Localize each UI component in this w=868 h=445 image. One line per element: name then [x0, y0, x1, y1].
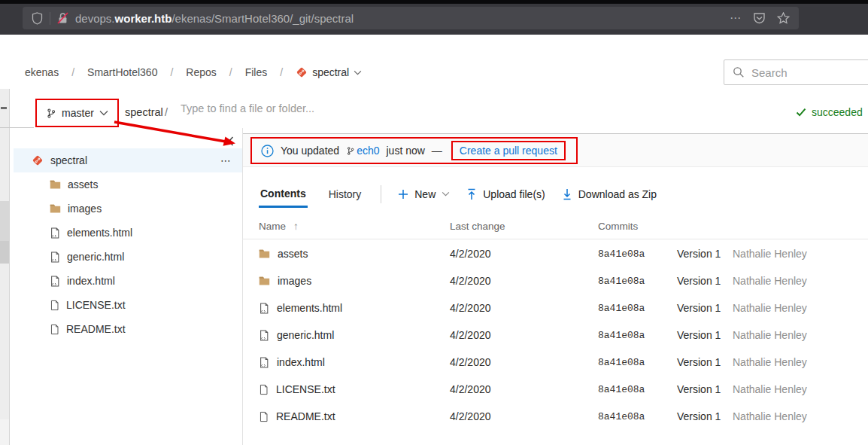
breadcrumb-separator: / — [170, 66, 173, 78]
text-file-icon — [50, 324, 59, 335]
tree-item-folder[interactable]: assets — [14, 172, 242, 197]
scroll-segment — [0, 419, 9, 445]
chevron-down-icon — [99, 110, 108, 116]
commit-hash-cell[interactable]: 8a41e08a — [598, 267, 645, 294]
commit-hash-cell[interactable]: 8a41e08a — [598, 240, 645, 267]
column-header-last-change[interactable]: Last change — [450, 221, 505, 232]
download-icon — [562, 188, 572, 200]
tab-history[interactable]: History — [329, 188, 362, 200]
file-name-cell[interactable]: elements.html — [259, 294, 342, 322]
commit-hash-cell[interactable]: 8a41e08a — [598, 322, 645, 349]
create-pull-request-link[interactable]: Create a pull request — [460, 145, 557, 157]
more-actions-icon[interactable]: ⋯ — [220, 154, 232, 166]
tree-item-label: generic.html — [67, 251, 124, 263]
scroll-thumb[interactable] — [0, 241, 9, 264]
table-row[interactable]: LICENSE.txt 4/2/2020 8a41e08a Version 1 … — [242, 376, 868, 403]
author-cell: Nathalie Henley — [733, 240, 807, 267]
author-cell: Nathalie Henley — [733, 267, 807, 294]
column-header-commits[interactable]: Commits — [598, 221, 638, 232]
file-tree-sidebar: spectral ⋯ assets images elements.html g… — [11, 128, 242, 445]
commit-message-cell: Version 1 — [677, 322, 721, 349]
tracking-protection-shield-icon[interactable] — [32, 12, 43, 25]
author-cell: Nathalie Henley — [733, 322, 807, 349]
table-row[interactable]: README.txt 4/2/2020 8a41e08a Version 1 N… — [242, 403, 868, 430]
file-name-cell[interactable]: index.html — [259, 349, 325, 376]
breadcrumb-files[interactable]: Files — [245, 66, 268, 78]
table-row[interactable]: assets 4/2/2020 8a41e08a Version 1 Natha… — [242, 240, 868, 267]
table-header: Name ↑ Last change Commits — [242, 216, 868, 239]
chevron-down-icon — [442, 191, 450, 197]
new-button-label: New — [414, 188, 436, 200]
author-cell: Nathalie Henley — [733, 376, 807, 403]
html-file-icon — [50, 276, 60, 287]
collapse-sidebar-chevron[interactable] — [228, 136, 234, 149]
breadcrumb-repos[interactable]: Repos — [186, 66, 216, 78]
tree-item-root[interactable]: spectral ⋯ — [14, 148, 242, 172]
breadcrumb-org[interactable]: ekenas — [25, 66, 59, 78]
commit-hash-cell[interactable]: 8a41e08a — [598, 403, 645, 430]
tree-item-file[interactable]: elements.html — [14, 221, 242, 245]
browser-toolbar: devops.worker.htb/ekenas/SmartHotel360/_… — [0, 0, 868, 35]
find-file-input[interactable] — [181, 102, 421, 114]
commit-message-cell: Version 1 — [677, 403, 721, 430]
commit-hash-cell[interactable]: 8a41e08a — [598, 349, 645, 376]
tree-item-file[interactable]: LICENSE.txt — [14, 293, 242, 317]
sort-ascending-icon[interactable]: ↑ — [293, 221, 299, 232]
commit-hash-cell[interactable]: 8a41e08a — [598, 294, 645, 322]
table-row[interactable]: elements.html 4/2/2020 8a41e08a Version … — [242, 294, 868, 322]
page-actions-icon[interactable]: ⋯ — [730, 11, 742, 25]
table-row[interactable]: index.html 4/2/2020 8a41e08a Version 1 N… — [242, 349, 868, 376]
file-name-cell[interactable]: LICENSE.txt — [259, 376, 335, 403]
commit-message-cell: Version 1 — [677, 376, 721, 403]
search-box[interactable] — [724, 59, 868, 85]
search-input[interactable] — [751, 66, 864, 79]
last-change-cell: 4/2/2020 — [450, 403, 491, 430]
notification-time: just now — [386, 145, 424, 157]
insecure-lock-icon[interactable] — [57, 12, 68, 24]
text-file-icon — [259, 384, 269, 395]
column-header-name[interactable]: Name — [259, 221, 286, 232]
last-change-cell: 4/2/2020 — [450, 294, 491, 322]
file-name-cell[interactable]: README.txt — [259, 403, 335, 430]
repo-selector[interactable]: spectral — [296, 66, 362, 78]
commit-message-cell: Version 1 — [677, 240, 721, 267]
tree-item-file[interactable]: index.html — [14, 269, 242, 293]
folder-icon — [50, 203, 61, 214]
collapsed-panel-strip[interactable] — [0, 89, 10, 445]
command-separator — [381, 185, 381, 203]
pocket-icon[interactable] — [753, 12, 766, 24]
path-repo-label[interactable]: spectral — [125, 106, 163, 118]
chevron-down-icon — [354, 70, 362, 75]
tab-contents[interactable]: Contents — [259, 181, 308, 208]
notification-text: You updated — [281, 145, 339, 157]
browser-window-edge — [0, 0, 868, 4]
branch-link[interactable]: ech0 — [357, 145, 379, 157]
folder-icon — [50, 179, 61, 190]
table-row[interactable]: generic.html 4/2/2020 8a41e08a Version 1… — [242, 322, 868, 349]
content-command-bar: Contents History New Upload file(s) Down… — [242, 180, 868, 208]
table-row[interactable]: images 4/2/2020 8a41e08a Version 1 Natha… — [242, 267, 868, 294]
download-zip-button[interactable]: Download as Zip — [562, 188, 657, 200]
tree-item-file[interactable]: generic.html — [14, 245, 242, 269]
collapse-dash[interactable] — [1, 107, 7, 109]
git-branch-icon — [46, 108, 56, 119]
file-name-cell[interactable]: assets — [259, 240, 308, 267]
tree-item-label: spectral — [50, 154, 87, 166]
last-change-cell: 4/2/2020 — [450, 240, 491, 267]
file-name-cell[interactable]: generic.html — [259, 322, 334, 349]
tree-item-folder[interactable]: images — [14, 197, 242, 221]
html-file-icon — [50, 251, 60, 263]
build-status-badge[interactable]: succeeded — [796, 106, 863, 118]
bookmark-star-icon[interactable] — [777, 12, 790, 24]
new-button[interactable]: New — [398, 188, 450, 200]
tree-item-file[interactable]: README.txt — [14, 317, 242, 341]
url-bar[interactable]: devops.worker.htb/ekenas/SmartHotel360/_… — [23, 7, 799, 29]
branch-selector[interactable]: master — [35, 99, 119, 127]
file-name-cell[interactable]: images — [259, 267, 311, 294]
last-change-cell: 4/2/2020 — [450, 376, 491, 403]
author-cell: Nathalie Henley — [733, 294, 807, 322]
url-text[interactable]: devops.worker.htb/ekenas/SmartHotel360/_… — [75, 12, 354, 25]
breadcrumb-project[interactable]: SmartHotel360 — [87, 66, 157, 78]
commit-hash-cell[interactable]: 8a41e08a — [598, 376, 645, 403]
upload-files-button[interactable]: Upload file(s) — [466, 188, 545, 200]
